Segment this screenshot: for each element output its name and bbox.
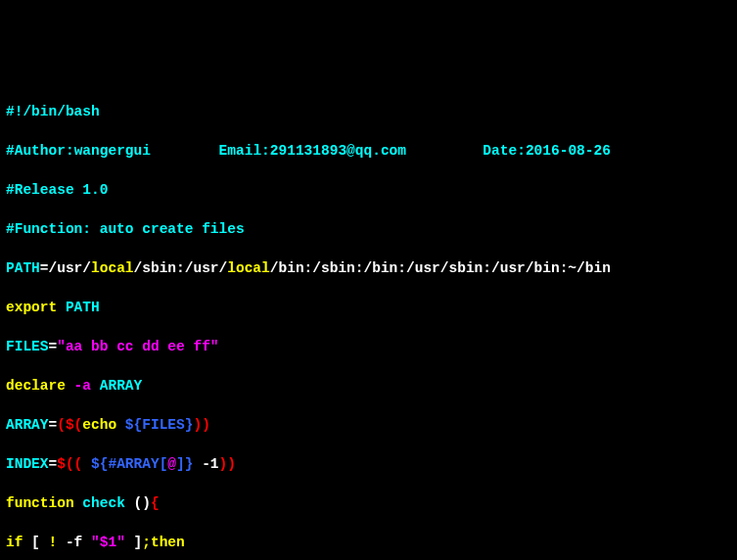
shebang: #!/bin/bash	[6, 104, 100, 119]
var-files: FILES	[6, 339, 49, 354]
comment-date: 2016-08-26	[526, 143, 611, 159]
string-arg: "$1"	[91, 535, 125, 550]
code-line: PATH=/usr/local/sbin:/usr/local/bin:/sbi…	[6, 258, 731, 278]
code-line: #Release 1.0	[6, 180, 731, 200]
keyword-declare: declare	[6, 378, 66, 394]
keyword-function: function	[6, 495, 74, 511]
comment-email: 291131893@qq.com	[270, 143, 406, 159]
code-line: INDEX=$(( ${#ARRAY[@]} -1))	[6, 454, 731, 474]
comment-author: wangergui	[74, 143, 151, 159]
code-line: FILES="aa bb cc dd ee ff"	[6, 337, 731, 356]
code-line: #!/bin/bash	[6, 102, 731, 121]
code-line: declare -a ARRAY	[6, 376, 731, 396]
var-path-ref: PATH	[57, 300, 100, 315]
keyword-then: then	[151, 535, 185, 550]
var-array: ARRAY	[6, 417, 49, 433]
var-expansion: ${#ARRAY[	[91, 456, 167, 472]
comment-email-label: Email:	[219, 143, 270, 159]
keyword-export: export	[6, 300, 57, 315]
keyword-if: if	[6, 535, 23, 550]
code-line: if [ ! -f "$1" ];then	[6, 533, 731, 552]
code-line: #Author:wangergui Email:291131893@qq.com…	[6, 141, 731, 161]
comment-release: #Release 1.0	[6, 182, 108, 198]
string-literal: "aa bb cc dd ee ff"	[57, 339, 218, 354]
comment-author-label: #Author:	[6, 143, 74, 159]
keyword-local: local	[227, 260, 270, 276]
code-line: ARRAY=($(echo ${FILES}))	[6, 415, 731, 435]
cmd-echo: echo	[82, 417, 125, 433]
comment-function: #Function: auto create files	[6, 221, 245, 237]
var-path: PATH	[6, 260, 40, 276]
terminal-code-view: #!/bin/bash #Author:wangergui Email:2911…	[6, 82, 731, 560]
var-array: ARRAY	[91, 378, 142, 394]
code-line: #Function: auto create files	[6, 219, 731, 239]
var-index: INDEX	[6, 456, 49, 472]
flag: -a	[66, 378, 91, 394]
function-name: check	[74, 495, 134, 511]
code-line: export PATH	[6, 298, 731, 317]
comment-date-label: Date:	[483, 143, 526, 159]
code-line: function check (){	[6, 493, 731, 513]
keyword-local: local	[91, 260, 134, 276]
var-expansion: ${FILES}	[125, 417, 194, 433]
